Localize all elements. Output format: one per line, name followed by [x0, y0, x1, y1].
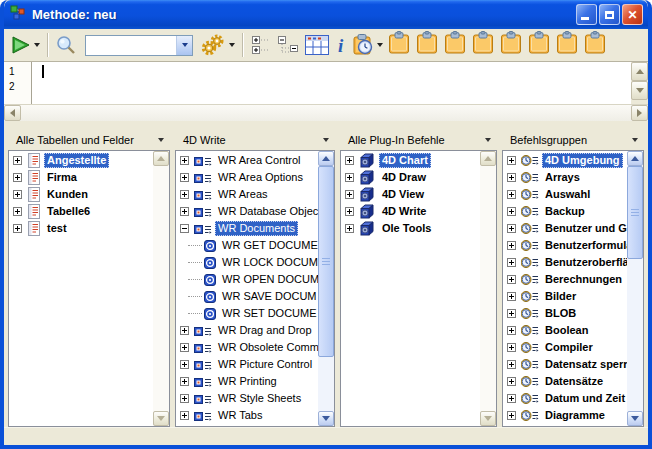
scrollbar-thumb[interactable]	[627, 166, 643, 259]
panel-header-plugin-commands[interactable]: Alle Plug-In Befehle	[340, 130, 497, 150]
tree-item[interactable]: Datensätze	[503, 373, 627, 390]
tree-item-label[interactable]: BLOB	[542, 306, 579, 321]
tree-item-label[interactable]: WR Area Options	[215, 170, 306, 185]
collapse-icon[interactable]	[180, 224, 189, 233]
tree-item-label[interactable]: Ole Tools	[379, 221, 434, 236]
tree-item-label[interactable]: Datum und Zeit	[542, 391, 627, 406]
tree-item[interactable]: Firma	[9, 169, 153, 186]
tree-item[interactable]: Diagramme	[503, 407, 627, 424]
scroll-left-button[interactable]	[4, 105, 21, 121]
scroll-down-button[interactable]	[153, 411, 169, 426]
expand-icon[interactable]	[345, 190, 354, 199]
tree-item-label[interactable]: Benutzer und Gru	[542, 221, 627, 236]
table-view-button[interactable]	[302, 31, 332, 59]
tree-item[interactable]: Tabelle6	[9, 203, 153, 220]
tree-item-label[interactable]: Datensätze	[542, 374, 606, 389]
tree-item-label[interactable]: WR Database Objec	[215, 204, 318, 219]
tree-item-label[interactable]: 4D Umgebung	[542, 153, 623, 168]
scrollbar-track[interactable]	[318, 166, 334, 411]
scroll-down-button[interactable]	[631, 81, 648, 100]
collapse-all-button[interactable]	[274, 31, 302, 59]
expand-icon[interactable]	[507, 207, 516, 216]
tree-item-label[interactable]: Bilder	[542, 289, 579, 304]
expand-icon[interactable]	[13, 173, 22, 182]
tree-item[interactable]: Berechnungen	[503, 271, 627, 288]
tree-item[interactable]: WR Areas	[176, 186, 318, 203]
scroll-up-button[interactable]	[627, 151, 643, 166]
tree-item-label[interactable]: test	[44, 221, 70, 236]
tree-item-label[interactable]: 4D View	[379, 187, 427, 202]
tree-item[interactable]: 4D Draw	[341, 169, 480, 186]
expand-icon[interactable]	[507, 326, 516, 335]
expand-icon[interactable]	[13, 207, 22, 216]
tree-item-label[interactable]: WR SAVE DOCUM	[219, 289, 318, 304]
tree-item-label[interactable]: Benutzerformular	[542, 238, 627, 253]
clipboard-4-button[interactable]	[469, 31, 497, 59]
scroll-up-button[interactable]	[318, 151, 334, 166]
tree-item-label[interactable]: WR OPEN DOCUM	[219, 272, 318, 287]
clipboard-1-button[interactable]	[385, 31, 413, 59]
tree-item-label[interactable]: WR Documents	[215, 221, 298, 236]
tree-item-label[interactable]: Tabelle6	[44, 204, 93, 219]
macros-button[interactable]	[199, 31, 237, 59]
tree-item-label[interactable]: Diagramme	[542, 408, 608, 423]
tree-item-label[interactable]: Backup	[542, 204, 588, 219]
expand-icon[interactable]	[345, 173, 354, 182]
expand-icon[interactable]	[180, 394, 189, 403]
tree-item[interactable]: test	[9, 220, 153, 237]
editor-vertical-scrollbar[interactable]	[631, 62, 648, 104]
clipboard-8-button[interactable]	[581, 31, 609, 59]
tree-item[interactable]: Angestellte	[9, 152, 153, 169]
tree-item[interactable]: WR Area Control	[176, 152, 318, 169]
tree-item-label[interactable]: Kunden	[44, 187, 91, 202]
tree-item-label[interactable]: Firma	[44, 170, 80, 185]
tree-item[interactable]: WR Documents	[176, 220, 318, 237]
info-button[interactable]: i	[332, 31, 349, 59]
tree-item-label[interactable]: Angestellte	[44, 153, 109, 168]
tree-item[interactable]: WR Style Sheets	[176, 390, 318, 407]
expand-icon[interactable]	[345, 224, 354, 233]
expand-icon[interactable]	[507, 275, 516, 284]
expand-icon[interactable]	[180, 207, 189, 216]
maximize-button[interactable]	[599, 4, 620, 25]
tree-item-label[interactable]: Datensatz sperre	[542, 357, 627, 372]
tree-item[interactable]: Auswahl	[503, 186, 627, 203]
expand-icon[interactable]	[507, 309, 516, 318]
panel-scrollbar[interactable]	[153, 151, 169, 426]
run-method-button[interactable]	[8, 31, 42, 59]
tree-item[interactable]: Datensatz sperre	[503, 356, 627, 373]
expand-icon[interactable]	[507, 224, 516, 233]
expand-icon[interactable]	[507, 190, 516, 199]
tree-item-label[interactable]: WR Picture Control	[215, 357, 315, 372]
tree-item[interactable]: Benutzeroberfläch	[503, 254, 627, 271]
clipboard-history-button[interactable]	[349, 31, 385, 59]
tree-item[interactable]: WR LOCK DOCUM	[176, 254, 318, 271]
tree-item[interactable]: Datum und Zeit	[503, 390, 627, 407]
scrollbar-thumb[interactable]	[318, 166, 334, 357]
tree-item[interactable]: WR Drag and Drop	[176, 322, 318, 339]
expand-icon[interactable]	[507, 292, 516, 301]
tree-item-label[interactable]: Compiler	[542, 340, 596, 355]
scrollbar-track[interactable]	[21, 105, 631, 121]
tree-item[interactable]: 4D Chart	[341, 152, 480, 169]
tree-item[interactable]: Benutzerformular	[503, 237, 627, 254]
tree-item-label[interactable]: WR LOCK DOCUM	[219, 255, 318, 270]
tree-item[interactable]: Backup	[503, 203, 627, 220]
scroll-down-button[interactable]	[318, 411, 334, 426]
tree-item-label[interactable]: Berechnungen	[542, 272, 625, 287]
title-bar[interactable]: Methode: neu ✕	[4, 0, 648, 29]
clipboard-5-button[interactable]	[497, 31, 525, 59]
expand-icon[interactable]	[13, 190, 22, 199]
expand-icon[interactable]	[180, 173, 189, 182]
tree-item-label[interactable]: WR Tabs	[215, 408, 265, 423]
tree-item[interactable]: Boolean	[503, 322, 627, 339]
panel-scrollbar[interactable]	[318, 151, 334, 426]
combobox-dropdown-button[interactable]	[176, 36, 192, 55]
tree-item[interactable]: WR GET DOCUME	[176, 237, 318, 254]
panel-scrollbar[interactable]	[627, 151, 643, 426]
tree-item-label[interactable]: Auswahl	[542, 187, 593, 202]
tree-item[interactable]: WR Database Objec	[176, 203, 318, 220]
tree-item[interactable]: Arrays	[503, 169, 627, 186]
expand-icon[interactable]	[180, 156, 189, 165]
code-input[interactable]	[32, 62, 631, 104]
